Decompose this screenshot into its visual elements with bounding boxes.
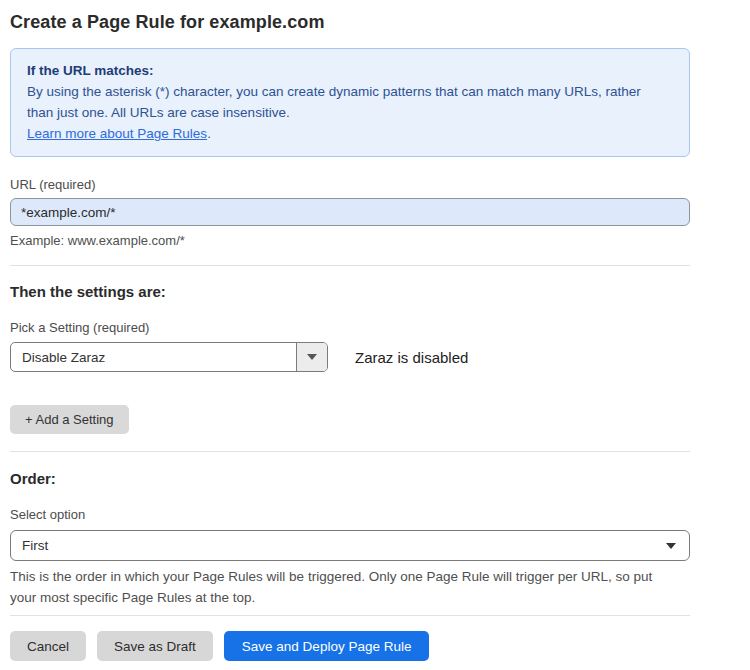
- caret-down-icon: [666, 543, 676, 549]
- cancel-button[interactable]: Cancel: [10, 631, 86, 661]
- caret-down-icon: [307, 354, 317, 360]
- order-select-value: First: [22, 538, 48, 553]
- learn-more-link[interactable]: Learn more about Page Rules: [27, 126, 207, 141]
- order-description: This is the order in which your Page Rul…: [10, 566, 682, 608]
- divider: [10, 265, 690, 266]
- info-box-body: By using the asterisk (*) character, you…: [27, 81, 667, 123]
- url-match-info-box: If the URL matches: By using the asteris…: [10, 48, 690, 157]
- info-box-link-line: Learn more about Page Rules.: [27, 123, 673, 144]
- setting-select-arrow-button[interactable]: [296, 343, 327, 371]
- divider: [10, 615, 690, 616]
- url-field-label: URL (required): [10, 177, 690, 192]
- page-title: Create a Page Rule for example.com: [10, 12, 690, 33]
- form-content: Create a Page Rule for example.com If th…: [10, 12, 690, 661]
- page-rule-form: Create a Page Rule for example.com If th…: [0, 0, 750, 670]
- add-setting-button[interactable]: + Add a Setting: [10, 405, 129, 434]
- info-box-title: If the URL matches:: [27, 60, 673, 81]
- save-deploy-button[interactable]: Save and Deploy Page Rule: [224, 631, 430, 661]
- order-select[interactable]: First: [10, 530, 690, 561]
- action-button-row: Cancel Save as Draft Save and Deploy Pag…: [10, 631, 690, 661]
- setting-status-text: Zaraz is disabled: [355, 349, 468, 366]
- url-input[interactable]: [10, 198, 690, 226]
- setting-select-value: Disable Zaraz: [11, 350, 296, 365]
- order-section-heading: Order:: [10, 470, 690, 487]
- settings-section-heading: Then the settings are:: [10, 283, 690, 300]
- setting-select[interactable]: Disable Zaraz: [10, 342, 328, 372]
- url-example-hint: Example: www.example.com/*: [10, 233, 690, 248]
- order-select-label: Select option: [10, 507, 690, 522]
- link-period: .: [207, 126, 211, 141]
- setting-row: Disable Zaraz Zaraz is disabled: [10, 342, 690, 372]
- setting-picker-label: Pick a Setting (required): [10, 320, 690, 335]
- divider: [10, 451, 690, 452]
- save-draft-button[interactable]: Save as Draft: [97, 631, 213, 661]
